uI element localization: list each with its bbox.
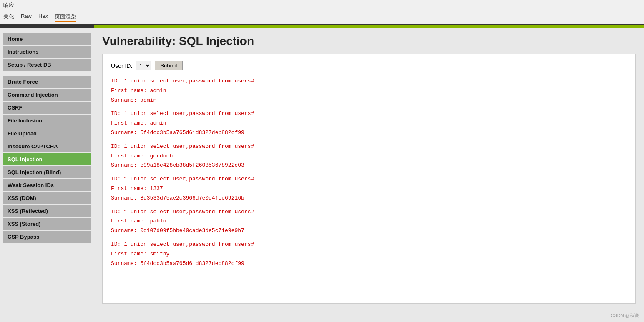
sidebar-item-sql-injection-blind[interactable]: SQL Injection (Blind) xyxy=(3,166,91,178)
result-2-line1: ID: 1 union select user,password from us… xyxy=(111,110,627,118)
tab-page-render[interactable]: 页面渲染 xyxy=(55,13,76,22)
result-6-line2: First name: smithy xyxy=(111,250,627,259)
sidebar: Home Instructions Setup / Reset DB Brute… xyxy=(0,28,94,320)
user-id-label: User ID: xyxy=(111,62,132,69)
sidebar-item-file-upload[interactable]: File Upload xyxy=(3,127,91,140)
result-block-5: ID: 1 union select user,password from us… xyxy=(111,208,627,235)
result-3-line2: First name: gordonb xyxy=(111,152,627,161)
result-block-1: ID: 1 union select user,password from us… xyxy=(111,77,627,105)
result-block-3: ID: 1 union select user,password from us… xyxy=(111,142,627,170)
tab-hex[interactable]: Hex xyxy=(38,13,48,22)
response-text: 响应 xyxy=(3,2,14,8)
sidebar-item-sql-injection[interactable]: SQL Injection xyxy=(3,153,91,165)
main-layout: Home Instructions Setup / Reset DB Brute… xyxy=(0,28,644,320)
sidebar-item-xss-dom[interactable]: XSS (DOM) xyxy=(3,192,91,204)
page-title: Vulnerability: SQL Injection xyxy=(102,35,636,48)
sidebar-item-xss-reflected[interactable]: XSS (Reflected) xyxy=(3,205,91,217)
sidebar-item-csp-bypass[interactable]: CSP Bypass xyxy=(3,231,91,243)
user-id-row: User ID: 1 2 3 4 5 Submit xyxy=(111,61,627,70)
sidebar-item-file-inclusion[interactable]: File Inclusion xyxy=(3,115,91,127)
result-4-line1: ID: 1 union select user,password from us… xyxy=(111,175,627,184)
dark-bar xyxy=(0,25,94,28)
sidebar-item-csrf[interactable]: CSRF xyxy=(3,102,91,114)
result-block-6: ID: 1 union select user,password from us… xyxy=(111,240,627,268)
result-4-line2: First name: 1337 xyxy=(111,185,627,193)
sidebar-group-1: Home Instructions Setup / Reset DB xyxy=(3,33,91,71)
sidebar-item-command-injection[interactable]: Command Injection xyxy=(3,89,91,101)
result-1-line2: First name: admin xyxy=(111,87,627,95)
watermark: CSDN @秋说 xyxy=(611,312,639,319)
result-5-line3: Surname: 0d107d09f5bbe40cade3de5c71e9e9b… xyxy=(111,227,627,235)
green-bar xyxy=(94,25,644,28)
result-1-line1: ID: 1 union select user,password from us… xyxy=(111,77,627,86)
tab-bar: 美化 Raw Hex 页面渲染 xyxy=(0,11,644,25)
result-5-line2: First name: pablo xyxy=(111,217,627,226)
results-area: ID: 1 union select user,password from us… xyxy=(111,77,627,268)
sidebar-item-instructions[interactable]: Instructions xyxy=(3,46,91,58)
result-1-line3: Surname: admin xyxy=(111,96,627,105)
sidebar-item-home[interactable]: Home xyxy=(3,33,91,45)
result-3-line1: ID: 1 union select user,password from us… xyxy=(111,142,627,151)
result-block-4: ID: 1 union select user,password from us… xyxy=(111,175,627,202)
main-box: User ID: 1 2 3 4 5 Submit ID: 1 union se… xyxy=(102,54,636,304)
user-id-select[interactable]: 1 2 3 4 5 xyxy=(136,61,151,70)
result-6-line3: Surname: 5f4dcc3b5aa765d61d8327deb882cf9… xyxy=(111,260,627,268)
color-bars xyxy=(0,25,644,28)
tab-raw[interactable]: Raw xyxy=(21,13,32,22)
submit-button[interactable]: Submit xyxy=(155,61,182,70)
sidebar-item-weak-session-ids[interactable]: Weak Session IDs xyxy=(3,179,91,191)
sidebar-item-setup[interactable]: Setup / Reset DB xyxy=(3,59,91,71)
result-2-line2: First name: admin xyxy=(111,119,627,128)
sidebar-item-insecure-captcha[interactable]: Insecure CAPTCHA xyxy=(3,140,91,152)
response-label: 响应 xyxy=(0,0,644,11)
result-block-2: ID: 1 union select user,password from us… xyxy=(111,110,627,137)
sidebar-item-xss-stored[interactable]: XSS (Stored) xyxy=(3,218,91,230)
content-area: Vulnerability: SQL Injection User ID: 1 … xyxy=(94,28,644,320)
result-2-line3: Surname: 5f4dcc3b5aa765d61d8327deb882cf9… xyxy=(111,129,627,137)
result-6-line1: ID: 1 union select user,password from us… xyxy=(111,240,627,249)
result-5-line1: ID: 1 union select user,password from us… xyxy=(111,208,627,217)
result-3-line3: Surname: e99a18c428cb38d5f260853678922e0… xyxy=(111,161,627,170)
sidebar-group-2: Brute Force Command Injection CSRF File … xyxy=(3,76,91,243)
tab-beautify[interactable]: 美化 xyxy=(3,13,14,22)
sidebar-item-brute-force[interactable]: Brute Force xyxy=(3,76,91,88)
result-4-line3: Surname: 8d3533d75ae2c3966d7e0d4fcc69216… xyxy=(111,194,627,203)
